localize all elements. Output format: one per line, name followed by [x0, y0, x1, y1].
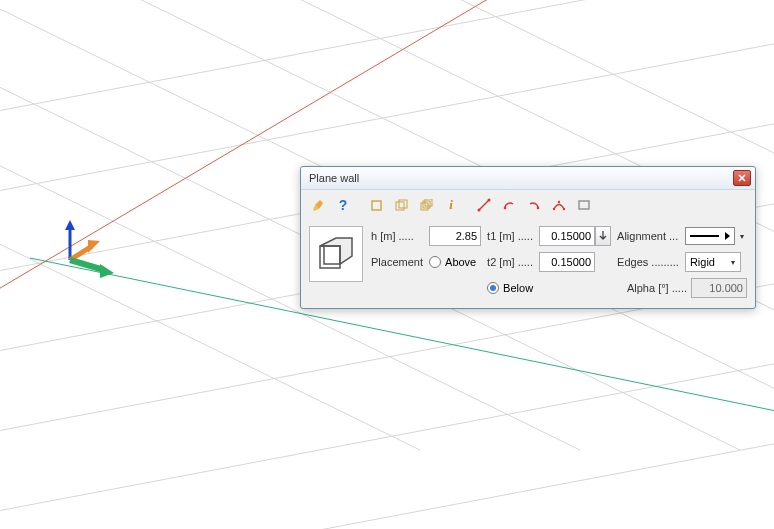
t1-input[interactable]: [539, 226, 595, 246]
arc-cw-icon[interactable]: [498, 194, 520, 216]
info-icon[interactable]: i: [440, 194, 462, 216]
below-label: Below: [503, 282, 533, 294]
svg-marker-21: [100, 264, 114, 278]
t1-label: t1 [m] .....: [487, 230, 533, 242]
wall-preview-icon: [309, 226, 363, 282]
close-button[interactable]: [733, 170, 751, 186]
dialog-title: Plane wall: [309, 172, 359, 184]
placement-above-radio[interactable]: Above: [429, 256, 481, 268]
help-icon[interactable]: ?: [332, 194, 354, 216]
above-label: Above: [445, 256, 476, 268]
layer-1-icon[interactable]: [365, 194, 387, 216]
svg-point-33: [553, 208, 555, 210]
alignment-selector[interactable]: [685, 227, 735, 245]
svg-point-32: [537, 207, 540, 210]
copy-down-button[interactable]: [595, 226, 611, 246]
arc-ccw-icon[interactable]: [523, 194, 545, 216]
edges-label: Edges .........: [617, 256, 679, 268]
h-input[interactable]: [429, 226, 481, 246]
h-label: h [m] .....: [371, 230, 423, 242]
svg-line-0: [0, 0, 774, 120]
arc-3pt-icon[interactable]: [548, 194, 570, 216]
svg-line-6: [0, 420, 774, 529]
svg-point-30: [488, 199, 491, 202]
svg-rect-26: [423, 201, 430, 208]
svg-marker-19: [88, 240, 100, 253]
plane-wall-dialog: Plane wall ? i: [300, 166, 756, 309]
svg-marker-17: [65, 220, 75, 230]
alpha-label: Alpha [°] .....: [627, 282, 687, 294]
alignment-label: Alignment ...: [617, 230, 679, 242]
t2-label: t2 [m] .....: [487, 256, 533, 268]
tool-pencil-icon[interactable]: [307, 194, 329, 216]
svg-line-28: [479, 200, 489, 210]
edges-select[interactable]: Rigid ▾: [685, 252, 741, 272]
svg-rect-24: [399, 200, 407, 208]
layer-3-icon[interactable]: [415, 194, 437, 216]
svg-line-5: [0, 340, 774, 520]
layer-2-icon[interactable]: [390, 194, 412, 216]
rect-tool-icon[interactable]: [573, 194, 595, 216]
dialog-toolbar: ? i: [301, 190, 755, 220]
svg-rect-22: [372, 201, 381, 210]
dialog-titlebar[interactable]: Plane wall: [301, 167, 755, 190]
chevron-down-icon: ▾: [728, 258, 738, 267]
line-tool-icon[interactable]: [473, 194, 495, 216]
svg-rect-23: [396, 202, 404, 210]
svg-rect-36: [579, 201, 589, 209]
alignment-dropdown-icon[interactable]: ▾: [737, 232, 747, 241]
svg-point-29: [478, 209, 481, 212]
placement-below-radio[interactable]: Below: [487, 282, 533, 294]
t2-input[interactable]: [539, 252, 595, 272]
svg-point-31: [504, 207, 507, 210]
svg-point-35: [558, 201, 560, 203]
svg-point-34: [563, 208, 565, 210]
svg-line-20: [70, 260, 104, 270]
edges-value: Rigid: [690, 256, 715, 268]
alpha-input: [691, 278, 747, 298]
placement-label: Placement: [371, 256, 423, 268]
